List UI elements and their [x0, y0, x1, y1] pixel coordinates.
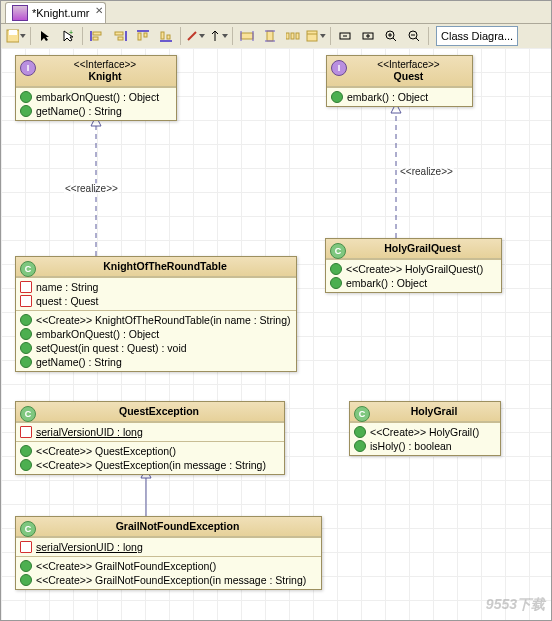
class-name: GrailNotFoundException: [40, 520, 315, 532]
operations-section: <<Create>> QuestException() <<Create>> Q…: [16, 441, 284, 474]
attributes-section: serialVersionUID : long: [16, 537, 321, 556]
class-header: C QuestException: [16, 402, 284, 422]
class-name: QuestException: [40, 405, 278, 417]
class-holygrail[interactable]: C HolyGrail <<Create>> HolyGrail() isHol…: [349, 401, 501, 456]
svg-line-15: [188, 32, 196, 40]
class-icon: C: [330, 243, 346, 259]
class-icon: C: [354, 406, 370, 422]
svg-rect-6: [125, 31, 127, 41]
operation: embark() : Object: [346, 277, 427, 289]
align-left-tool[interactable]: [86, 25, 108, 47]
expand-all-tool[interactable]: [334, 25, 356, 47]
operation: <<Create>> QuestException(): [36, 445, 176, 457]
save-button[interactable]: [5, 25, 27, 47]
svg-rect-26: [307, 31, 317, 41]
operation: <<Create>> KnightOfTheRoundTable(in name…: [36, 314, 290, 326]
svg-rect-3: [90, 31, 92, 41]
svg-rect-9: [137, 30, 149, 32]
watermark: 9553下载: [486, 596, 545, 614]
realize-label-2: <<realize>>: [399, 166, 454, 177]
zoom-in-tool[interactable]: [380, 25, 402, 47]
diagram-type-combo[interactable]: Class Diagra...: [436, 26, 518, 46]
tab-title: *Knight.umr: [32, 7, 89, 19]
stereotype-label: <<Interface>>: [40, 59, 170, 70]
operations-section: <<Create>> HolyGrail() isHoly() : boolea…: [350, 422, 500, 455]
operation: <<Create>> QuestException(in message : S…: [36, 459, 266, 471]
class-name: Knight: [40, 70, 170, 82]
class-knight[interactable]: I <<Interface>> Knight embarkOnQuest() :…: [15, 55, 177, 121]
class-questexception[interactable]: C QuestException serialVersionUID : long…: [15, 401, 285, 475]
svg-rect-14: [167, 35, 170, 39]
operations-section: <<Create>> GrailNotFoundException() <<Cr…: [16, 556, 321, 589]
operation: <<Create>> HolyGrail(): [370, 426, 479, 438]
same-width-tool[interactable]: [236, 25, 258, 47]
class-icon: C: [20, 406, 36, 422]
file-icon: [12, 5, 28, 21]
svg-rect-7: [115, 32, 123, 35]
distribute-h-tool[interactable]: [282, 25, 304, 47]
class-name: Quest: [351, 70, 466, 82]
align-bottom-tool[interactable]: [155, 25, 177, 47]
svg-rect-1: [9, 30, 17, 35]
pointer-tool[interactable]: [34, 25, 56, 47]
class-holygrailquest[interactable]: C HolyGrailQuest <<Create>> HolyGrailQue…: [325, 238, 502, 293]
operations-section: embarkOnQuest() : Object getName() : Str…: [16, 87, 176, 120]
diagram-canvas[interactable]: <<realize>> <<realize>> I <<Interface>> …: [1, 48, 551, 620]
operation: <<Create>> HolyGrailQuest(): [346, 263, 483, 275]
class-name: HolyGrailQuest: [350, 242, 495, 254]
zoom-out-tool[interactable]: [403, 25, 425, 47]
svg-rect-10: [138, 33, 141, 40]
arrow-tool[interactable]: [207, 25, 229, 47]
stereotype-label: <<Interface>>: [351, 59, 466, 70]
class-icon: C: [20, 521, 36, 537]
class-header: C KnightOfTheRoundTable: [16, 257, 296, 277]
operation: setQuest(in quest : Quest) : void: [36, 342, 187, 354]
new-class-tool[interactable]: [305, 25, 327, 47]
svg-rect-12: [160, 40, 172, 42]
class-grailnotfoundexception[interactable]: C GrailNotFoundException serialVersionUI…: [15, 516, 322, 590]
class-icon: C: [20, 261, 36, 277]
operation: embarkOnQuest() : Object: [36, 328, 159, 340]
class-quest[interactable]: I <<Interface>> Quest embark() : Object: [326, 55, 473, 107]
attribute: quest : Quest: [36, 295, 98, 307]
operations-section: <<Create>> HolyGrailQuest() embark() : O…: [326, 259, 501, 292]
attributes-section: serialVersionUID : long: [16, 422, 284, 441]
attributes-section: name : String quest : Quest: [16, 277, 296, 310]
align-right-tool[interactable]: [109, 25, 131, 47]
operations-section: embark() : Object: [327, 87, 472, 106]
class-header: C HolyGrail: [350, 402, 500, 422]
svg-rect-13: [161, 32, 164, 39]
add-tool[interactable]: +: [57, 25, 79, 47]
svg-rect-20: [267, 31, 273, 41]
svg-text:+: +: [69, 30, 73, 36]
interface-icon: I: [331, 60, 347, 76]
line-tool[interactable]: [184, 25, 206, 47]
operation: getName() : String: [36, 356, 122, 368]
editor-window: *Knight.umr ✕ + Class Diagra...: [0, 0, 552, 621]
align-top-tool[interactable]: [132, 25, 154, 47]
realize-label-1: <<realize>>: [64, 183, 119, 194]
class-name: KnightOfTheRoundTable: [40, 260, 290, 272]
svg-rect-23: [286, 33, 289, 39]
close-icon[interactable]: ✕: [95, 5, 103, 16]
interface-icon: I: [20, 60, 36, 76]
svg-line-38: [416, 38, 419, 41]
operation: getName() : String: [36, 105, 122, 117]
operation: isHoly() : boolean: [370, 440, 452, 452]
svg-rect-25: [296, 33, 299, 39]
attribute: serialVersionUID : long: [36, 426, 143, 438]
same-height-tool[interactable]: [259, 25, 281, 47]
operation: embark() : Object: [347, 91, 428, 103]
svg-rect-11: [144, 33, 147, 37]
operations-section: <<Create>> KnightOfTheRoundTable(in name…: [16, 310, 296, 371]
combo-value: Class Diagra...: [441, 30, 513, 42]
collapse-all-tool[interactable]: [357, 25, 379, 47]
tab-bar: *Knight.umr ✕: [1, 1, 551, 24]
toolbar: + Class Diagra...: [1, 24, 551, 49]
class-header: C GrailNotFoundException: [16, 517, 321, 537]
class-knightoftheroundtable[interactable]: C KnightOfTheRoundTable name : String qu…: [15, 256, 297, 372]
svg-rect-24: [291, 33, 294, 39]
class-header: C HolyGrailQuest: [326, 239, 501, 259]
file-tab[interactable]: *Knight.umr ✕: [5, 2, 106, 23]
operation: <<Create>> GrailNotFoundException(): [36, 560, 216, 572]
